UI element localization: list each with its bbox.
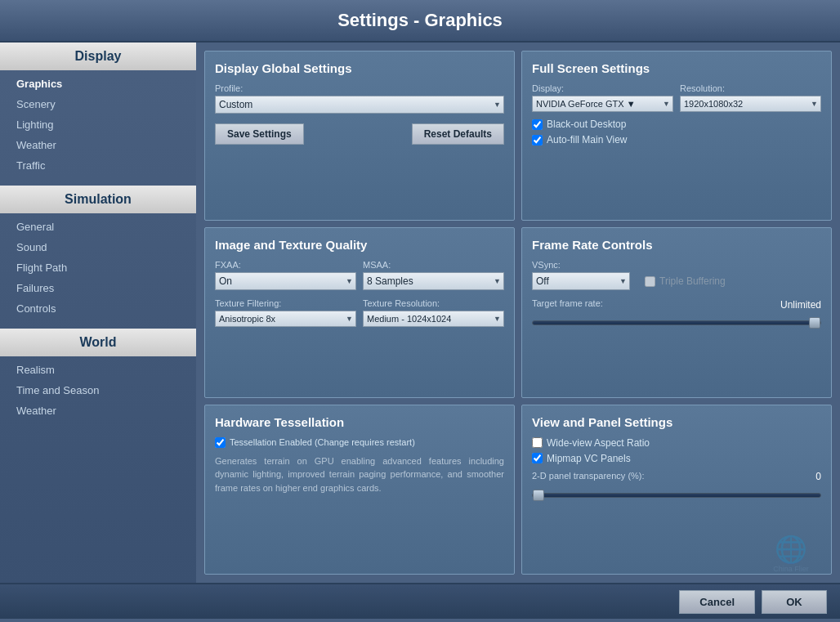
- blackout-desktop-row: Black-out Desktop: [532, 119, 821, 130]
- msaa-label: MSAA:: [363, 260, 504, 270]
- mipmap-row: Mipmap VC Panels: [532, 453, 821, 464]
- texture-filtering-select[interactable]: Bilinear Trilinear Anisotropic 2x Anisot…: [215, 311, 356, 327]
- resolution-label: Resolution:: [680, 83, 821, 93]
- mipmap-checkbox[interactable]: [532, 453, 543, 463]
- wideview-checkbox[interactable]: [532, 437, 543, 448]
- autofill-mainview-checkbox[interactable]: [532, 135, 543, 145]
- sidebar: Display Graphics Scenery Lighting Weathe…: [0, 43, 196, 583]
- transparency-label: 2-D panel transparency (%):: [532, 471, 645, 481]
- hardware-tessellation-panel: Hardware Tessellation Tessellation Enabl…: [204, 405, 515, 575]
- frame-rate-title: Frame Rate Controls: [532, 238, 821, 252]
- image-texture-panel: Image and Texture Quality FXAA: On Off: [204, 227, 515, 397]
- sidebar-item-general[interactable]: General: [0, 217, 196, 237]
- sidebar-item-controls[interactable]: Controls: [0, 298, 196, 319]
- sidebar-item-weather-world[interactable]: Weather: [0, 400, 196, 421]
- sidebar-item-graphics[interactable]: Graphics: [0, 74, 196, 94]
- profile-label: Profile:: [215, 83, 504, 93]
- texture-resolution-select[interactable]: Low - 512x512 Medium - 1024x1024 High - …: [363, 311, 504, 327]
- autofill-label: Auto-fill Main View: [547, 134, 627, 145]
- sidebar-item-flight-path[interactable]: Flight Path: [0, 257, 196, 278]
- display-select[interactable]: NVIDIA GeForce GTX ▼: [532, 96, 673, 112]
- view-panel-title: View and Panel Settings: [532, 415, 821, 429]
- msaa-select[interactable]: Off 2 Samples 4 Samples 8 Samples: [363, 272, 504, 290]
- tessellation-checkbox[interactable]: [215, 437, 226, 448]
- wideview-label: Wide-view Aspect Ratio: [547, 437, 650, 449]
- frame-rate-slider[interactable]: [532, 320, 821, 325]
- display-global-title: Display Global Settings: [215, 61, 504, 75]
- sidebar-item-traffic[interactable]: Traffic: [0, 155, 196, 176]
- tessellation-row: Tessellation Enabled (Change requires re…: [215, 437, 504, 448]
- sidebar-header-display: Display: [0, 43, 196, 70]
- target-framerate-label: Target frame rate:: [532, 298, 603, 308]
- autofill-mainview-row: Auto-fill Main View: [532, 134, 821, 145]
- profile-select[interactable]: Custom Low Medium High Ultra: [215, 96, 504, 114]
- sidebar-item-scenery[interactable]: Scenery: [0, 94, 196, 114]
- mipmap-label: Mipmap VC Panels: [547, 453, 631, 464]
- triple-buffering-label: Triple Buffering: [659, 275, 726, 287]
- vsync-select[interactable]: Off On: [532, 272, 630, 290]
- fxaa-select[interactable]: On Off: [215, 272, 356, 290]
- display-global-panel: Display Global Settings Profile: Custom …: [204, 51, 515, 221]
- sidebar-item-failures[interactable]: Failures: [0, 278, 196, 298]
- content-area: Display Global Settings Profile: Custom …: [196, 43, 840, 583]
- resolution-select[interactable]: 1920x1080x32 1280x720x32 2560x1440x32: [680, 96, 821, 112]
- tessellation-description: Generates terrain on GPU enabling advanc…: [215, 454, 504, 495]
- sidebar-item-weather-display[interactable]: Weather: [0, 135, 196, 155]
- sidebar-header-simulation: Simulation: [0, 186, 196, 213]
- full-screen-title: Full Screen Settings: [532, 61, 821, 75]
- image-texture-title: Image and Texture Quality: [215, 238, 504, 252]
- sidebar-item-realism[interactable]: Realism: [0, 360, 196, 380]
- reset-defaults-button[interactable]: Reset Defaults: [412, 123, 504, 145]
- cancel-button[interactable]: Cancel: [679, 590, 755, 614]
- blackout-label: Black-out Desktop: [547, 119, 626, 130]
- triple-buffering-checkbox[interactable]: [645, 276, 655, 287]
- tessellation-label: Tessellation Enabled (Change requires re…: [230, 437, 415, 447]
- ok-button[interactable]: OK: [762, 590, 827, 614]
- wideview-row: Wide-view Aspect Ratio: [532, 437, 821, 449]
- transparency-slider[interactable]: [532, 493, 821, 498]
- vsync-label: VSync:: [532, 260, 821, 270]
- tessellation-title: Hardware Tessellation: [215, 415, 504, 429]
- frame-rate-panel: Frame Rate Controls VSync: Off On Triple…: [521, 227, 832, 397]
- display-label: Display:: [532, 83, 673, 93]
- sidebar-item-lighting[interactable]: Lighting: [0, 114, 196, 135]
- blackout-desktop-checkbox[interactable]: [532, 119, 543, 130]
- transparency-value: 0: [815, 471, 821, 482]
- target-framerate-value: Unlimited: [780, 299, 821, 311]
- save-settings-button[interactable]: Save Settings: [215, 123, 304, 145]
- texture-filtering-label: Texture Filtering:: [215, 298, 356, 308]
- fxaa-label: FXAA:: [215, 260, 356, 270]
- sidebar-item-sound[interactable]: Sound: [0, 237, 196, 257]
- sidebar-item-time-and-season[interactable]: Time and Season: [0, 380, 196, 400]
- sidebar-header-world: World: [0, 329, 196, 356]
- bottom-bar: Cancel OK: [0, 583, 840, 619]
- view-panel-settings: View and Panel Settings Wide-view Aspect…: [521, 405, 832, 575]
- texture-resolution-label: Texture Resolution:: [363, 298, 504, 308]
- page-title: Settings - Graphics: [0, 0, 840, 43]
- full-screen-panel: Full Screen Settings Display: NVIDIA GeF…: [521, 51, 832, 221]
